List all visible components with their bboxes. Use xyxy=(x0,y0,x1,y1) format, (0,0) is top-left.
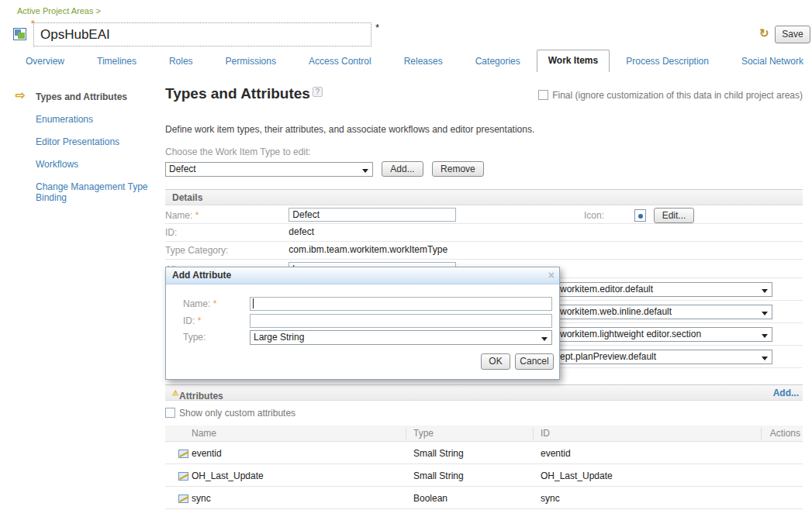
tab-bar: Overview Timelines Roles Permissions Acc… xyxy=(9,51,808,72)
attributes-table: Name Type ID Actions eventid Small Strin… xyxy=(165,426,803,509)
column-header-actions: Actions xyxy=(770,426,800,441)
type-category-label: Type Category: xyxy=(165,245,286,256)
work-item-type-icon xyxy=(634,209,646,222)
attribute-name: eventid xyxy=(192,448,222,459)
tab-work-items[interactable]: Work Items xyxy=(537,50,610,72)
tab-timelines[interactable]: Timelines xyxy=(81,51,153,72)
unsaved-marker: * xyxy=(375,22,379,33)
project-area-icon xyxy=(13,28,26,40)
dialog-name-input[interactable] xyxy=(250,297,552,311)
filter-row: Show only custom attributes xyxy=(165,408,803,419)
text-cursor xyxy=(253,298,254,308)
attribute-icon xyxy=(178,472,188,481)
save-button[interactable]: Save xyxy=(775,26,810,43)
remove-type-button[interactable]: Remove xyxy=(432,161,484,177)
section-description: Define work item types, their attributes… xyxy=(165,124,803,135)
tab-roles[interactable]: Roles xyxy=(153,51,209,72)
sidebar-item-workflows[interactable]: Workflows xyxy=(0,159,159,170)
sidebar: ⇨ Types and Attributes Enumerations Edit… xyxy=(0,91,164,215)
attribute-id: eventid xyxy=(541,448,571,459)
editor-presentation-select[interactable]: workitem.editor.default xyxy=(558,282,772,297)
dialog-type-label: Type: xyxy=(183,332,206,343)
show-custom-attributes-label: Show only custom attributes xyxy=(179,408,295,419)
sidebar-item-editor-presentations[interactable]: Editor Presentations xyxy=(0,136,159,147)
tab-access-control[interactable]: Access Control xyxy=(292,51,388,72)
show-custom-attributes-checkbox[interactable] xyxy=(165,408,175,418)
table-row[interactable]: OH_Last_Update Small String OH_Last_Upda… xyxy=(165,464,803,487)
attributes-section-header: ⚠Attributes Add... xyxy=(165,384,803,401)
sidebar-item-change-management-type-binding[interactable]: Change Management Type Binding xyxy=(0,181,159,203)
chevron-down-icon xyxy=(762,312,768,315)
cancel-button[interactable]: Cancel xyxy=(515,353,554,370)
dialog-id-input[interactable] xyxy=(250,314,552,328)
refresh-icon[interactable]: ↻ xyxy=(759,26,769,40)
attribute-icon xyxy=(178,494,188,503)
presentation-value: workitem.lightweight editor.section xyxy=(560,329,701,339)
chevron-down-icon xyxy=(762,357,768,360)
attribute-type: Boolean xyxy=(413,493,447,504)
dialog-type-value: Large String xyxy=(254,332,304,343)
attributes-section-title: Attributes xyxy=(179,391,223,401)
column-header-type: Type xyxy=(413,426,434,441)
details-section-title: Details xyxy=(172,192,202,203)
attribute-name: OH_Last_Update xyxy=(192,470,264,481)
work-item-type-select[interactable]: Defect xyxy=(165,162,373,177)
column-header-id: ID xyxy=(541,426,550,441)
id-value: defect xyxy=(289,226,314,237)
dialog-type-select[interactable]: Large String xyxy=(250,330,552,345)
tab-categories[interactable]: Categories xyxy=(459,51,537,72)
edit-icon-button[interactable]: Edit... xyxy=(654,208,695,223)
sidebar-item-types-and-attributes[interactable]: ⇨ Types and Attributes xyxy=(0,91,159,102)
breadcrumb[interactable]: Active Project Areas > xyxy=(17,6,101,16)
inline-presentation-select[interactable]: workitem.web.inline.default xyxy=(558,305,772,319)
attributes-table-header: Name Type ID Actions xyxy=(165,426,803,442)
work-item-type-picker-row: Defect Add... Remove xyxy=(165,161,803,178)
final-checkbox[interactable] xyxy=(538,90,548,100)
final-checkbox-row: Final (ignore customization of this data… xyxy=(538,90,803,101)
chevron-down-icon xyxy=(362,169,368,173)
table-row[interactable]: sync Boolean sync xyxy=(165,487,803,509)
page-title: Types and Attributes xyxy=(165,85,310,102)
type-name-input[interactable] xyxy=(289,208,456,222)
help-icon[interactable]: ? xyxy=(313,87,323,97)
presentation-value: workitem.web.inline.default xyxy=(560,306,672,317)
add-attribute-dialog: Add Attribute × Name: * ID: * Type: Larg… xyxy=(165,267,560,380)
attribute-name: sync xyxy=(192,493,211,504)
ok-button[interactable]: OK xyxy=(481,353,510,370)
tab-overview[interactable]: Overview xyxy=(9,51,81,72)
detail-row-id: ID: defect xyxy=(165,224,803,242)
current-section-arrow-icon: ⇨ xyxy=(16,90,26,101)
icon-cell: Icon: Edit... xyxy=(584,208,694,223)
tab-permissions[interactable]: Permissions xyxy=(209,51,292,72)
add-type-button[interactable]: Add... xyxy=(382,161,423,177)
column-header-name: Name xyxy=(192,426,216,441)
chevron-down-icon xyxy=(541,337,548,341)
tab-process-description[interactable]: Process Description xyxy=(610,51,725,72)
work-item-type-value: Defect xyxy=(169,164,196,174)
page: Active Project Areas > * * ↻ Save Overvi… xyxy=(0,0,812,510)
presentation-value: ept.planPreview.default xyxy=(560,351,656,362)
close-icon[interactable]: × xyxy=(548,267,555,284)
presentation-value: workitem.editor.default xyxy=(560,284,653,295)
warning-icon: ⚠ xyxy=(172,389,178,397)
attribute-icon xyxy=(178,450,188,458)
attribute-id: sync xyxy=(541,493,560,504)
attribute-type: Small String xyxy=(413,448,464,459)
tab-releases[interactable]: Releases xyxy=(388,51,459,72)
dialog-name-label: Name: * xyxy=(183,298,216,309)
final-label: Final (ignore customization of this data… xyxy=(552,90,803,101)
add-attribute-link[interactable]: Add... xyxy=(773,385,799,401)
lightweight-presentation-select[interactable]: workitem.lightweight editor.section xyxy=(558,327,772,342)
sidebar-item-enumerations[interactable]: Enumerations xyxy=(0,114,159,125)
table-row[interactable]: eventid Small String eventid xyxy=(165,442,803,464)
sidebar-item-label: Types and Attributes xyxy=(36,91,127,102)
id-label: ID: xyxy=(165,227,286,238)
plan-preview-presentation-select[interactable]: ept.planPreview.default xyxy=(558,350,772,364)
project-name-input[interactable] xyxy=(33,22,371,47)
detail-row-name: Name: * Icon: Edit... xyxy=(165,205,803,224)
tab-social-network[interactable]: Social Network xyxy=(725,51,812,72)
dialog-title-bar[interactable]: Add Attribute × xyxy=(166,267,559,284)
dialog-title: Add Attribute xyxy=(172,270,231,281)
required-marker: * xyxy=(195,210,199,221)
chevron-down-icon xyxy=(762,289,768,293)
